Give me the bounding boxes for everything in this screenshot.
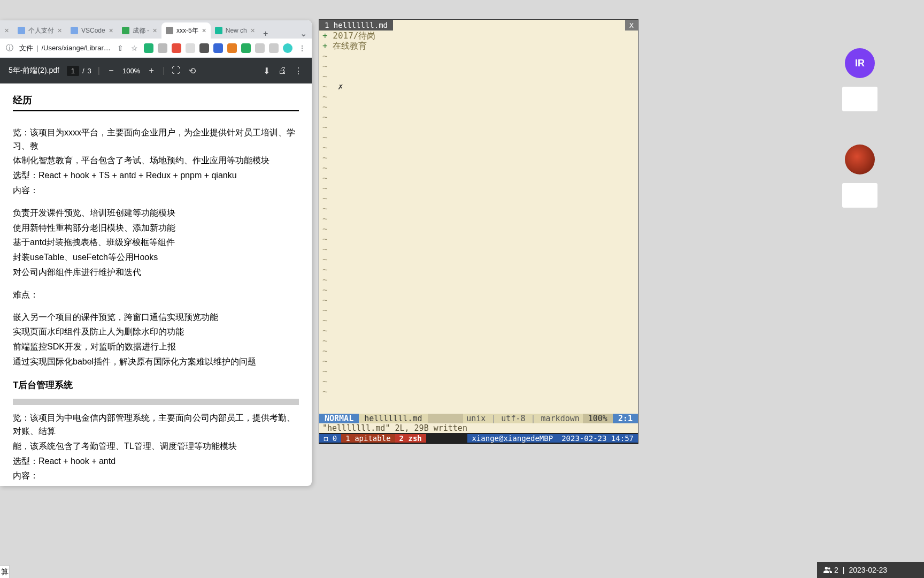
close-icon[interactable]: ✕ bbox=[4, 27, 9, 34]
vim-message: "helllllll.md" 2L, 29B written bbox=[322, 423, 467, 433]
profile-icon[interactable] bbox=[283, 43, 292, 53]
text-line: 负责开发课件预览、培训班创建等功能模块 bbox=[13, 207, 299, 220]
tab-5[interactable]: New ch✕ bbox=[211, 22, 259, 39]
vim-tilde: ~ ✗ bbox=[322, 81, 635, 92]
close-icon[interactable]: ✕ bbox=[109, 27, 113, 34]
text-line: 选型：React + hook + antd bbox=[13, 455, 299, 468]
diff-add-icon: + bbox=[322, 41, 328, 51]
tab-4-active[interactable]: xxx-5年✕ bbox=[161, 22, 211, 39]
tab-label: 个人支付 bbox=[28, 26, 54, 35]
text-line: 内容： bbox=[13, 469, 299, 483]
vim-tilde: ~ bbox=[322, 254, 635, 264]
vim-tilde: ~ bbox=[322, 315, 635, 325]
tab-3[interactable]: 成都 -✕ bbox=[118, 22, 161, 39]
extension-icon[interactable] bbox=[199, 43, 209, 53]
extension-icon[interactable] bbox=[241, 43, 251, 53]
text-line: 使用新特性重构部分老旧模块、添加新功能 bbox=[13, 222, 299, 235]
pdf-content[interactable]: 经历 览：该项目为xxxx平台，主要面向企业用户，为企业提供针对员工培训、学习、… bbox=[0, 83, 312, 486]
extension-icon[interactable] bbox=[227, 43, 237, 53]
diff-add-icon: + bbox=[322, 31, 328, 41]
tab-label: 成都 - bbox=[133, 26, 149, 35]
vim-tilde: ~ bbox=[322, 285, 635, 295]
tmux-statusbar: ◻ 0 1 apitable 2 zsh xiange@xiangedeMBP … bbox=[319, 433, 638, 444]
tab-1[interactable]: 个人支付✕ bbox=[13, 22, 66, 39]
vim-encoding2: utf-8 bbox=[498, 414, 528, 423]
new-tab-button[interactable]: + bbox=[259, 29, 272, 39]
vim-tilde: ~ bbox=[322, 92, 635, 102]
tmux-datetime: 2023-02-23 14:57 bbox=[557, 434, 638, 443]
participant-avatar[interactable] bbox=[845, 144, 875, 174]
bookmark-icon[interactable]: ☆ bbox=[130, 44, 138, 52]
close-icon[interactable]: ✕ bbox=[57, 27, 62, 34]
print-icon[interactable]: 🖨 bbox=[278, 66, 287, 75]
vim-tilde: ~ bbox=[322, 142, 635, 153]
url-field[interactable]: 文件 | /Users/xiange/Librar… bbox=[19, 43, 111, 53]
close-icon[interactable]: ✕ bbox=[250, 27, 255, 34]
vim-position: 2:1 bbox=[613, 414, 638, 423]
zoom-out-button[interactable]: − bbox=[106, 66, 116, 75]
text-line: 嵌入另一个项目的课件预览，跨窗口通信实现预览功能 bbox=[13, 311, 299, 324]
text-line: 实现页面水印组件及防止人为删除水印的功能 bbox=[13, 325, 299, 339]
vim-tilde: ~ bbox=[322, 275, 635, 285]
fit-icon[interactable]: ⛶ bbox=[171, 66, 181, 75]
vim-encoding: unix bbox=[463, 414, 489, 423]
people-icon bbox=[823, 567, 832, 573]
browser-window: ✕ 个人支付✕ VSCode✕ 成都 -✕ xxx-5年✕ New ch✕ + … bbox=[0, 20, 312, 486]
page-gap bbox=[13, 399, 299, 405]
text-cursor: ✗ bbox=[338, 81, 343, 92]
zoom-in-button[interactable]: + bbox=[147, 66, 156, 75]
tab-overflow-icon[interactable]: ⌄ bbox=[297, 28, 310, 39]
vim-tilde: ~ bbox=[322, 163, 635, 173]
participants-sidebar: IR bbox=[828, 48, 892, 208]
extension-icon[interactable] bbox=[255, 43, 265, 53]
text-line: 览：该项目为xxxx平台，主要面向企业用户，为企业提供针对员工培训、学习、教 bbox=[13, 126, 299, 153]
tab-label: VSCode bbox=[81, 27, 105, 34]
more-icon[interactable]: ⋮ bbox=[294, 66, 303, 75]
vim-tilde: ~ bbox=[322, 122, 635, 132]
vim-tilde: ~ bbox=[322, 102, 635, 112]
page-current-input[interactable]: 1 bbox=[67, 66, 79, 76]
download-icon[interactable]: ⬇ bbox=[261, 66, 271, 75]
extension-icon[interactable] bbox=[144, 43, 153, 53]
close-icon[interactable]: ✕ bbox=[202, 27, 206, 34]
text-line: 览：该项目为中电金信内部管理系统，主要面向公司内部员工，提供考勤、对账、结算 bbox=[13, 412, 299, 438]
terminal-content[interactable]: + 2017/待岗 + 在线教育 ~ ~ ~ ~ ✗ ~ ~ ~ ~ ~ ~ ~… bbox=[319, 31, 638, 404]
subsection-heading: T后台管理系统 bbox=[13, 378, 299, 392]
vim-tilde: ~ bbox=[322, 61, 635, 71]
participant-thumbnail[interactable] bbox=[842, 183, 877, 208]
tab-label: New ch bbox=[226, 27, 247, 34]
participant-count[interactable]: 2 bbox=[823, 566, 838, 574]
close-icon[interactable]: ✕ bbox=[152, 27, 157, 34]
extension-icon[interactable] bbox=[158, 43, 167, 53]
vim-tilde: ~ bbox=[322, 376, 635, 386]
vim-tilde: ~ bbox=[322, 183, 635, 193]
text-line: 选型：React + hook + TS + antd + Redux + pn… bbox=[13, 169, 299, 182]
terminal-tab[interactable]: 1 helllllll.md bbox=[319, 20, 393, 31]
rotate-icon[interactable]: ⟲ bbox=[187, 66, 197, 75]
extension-icon[interactable] bbox=[186, 43, 195, 53]
vim-tilde: ~ bbox=[322, 336, 635, 346]
vim-tilde: ~ bbox=[322, 132, 635, 142]
tab-2[interactable]: VSCode✕ bbox=[66, 22, 118, 39]
terminal-text: 在线教育 bbox=[333, 41, 367, 51]
text-line: 通过实现国际化babel插件，解决原有国际化方案难以维护的问题 bbox=[13, 355, 299, 369]
tab-label: xxx-5年 bbox=[176, 26, 198, 35]
tmux-window-1[interactable]: 1 apitable bbox=[341, 434, 395, 443]
tab-0[interactable]: ✕ bbox=[0, 22, 13, 39]
participant-avatar[interactable]: IR bbox=[845, 48, 875, 78]
vim-tilde: ~ bbox=[322, 51, 635, 61]
terminal-close-button[interactable]: X bbox=[625, 20, 638, 31]
vim-tilde: ~ bbox=[322, 224, 635, 234]
tab-strip: ✕ 个人支付✕ VSCode✕ 成都 -✕ xxx-5年✕ New ch✕ + … bbox=[0, 20, 312, 39]
tmux-session[interactable]: ◻ 0 bbox=[319, 434, 341, 443]
kebab-menu-icon[interactable]: ⋮ bbox=[298, 44, 306, 52]
extension-icon[interactable] bbox=[172, 43, 181, 53]
share-icon[interactable]: ⇧ bbox=[116, 44, 125, 52]
participant-thumbnail[interactable] bbox=[842, 87, 877, 111]
terminal-window: 1 helllllll.md X + 2017/待岗 + 在线教育 ~ ~ ~ … bbox=[319, 19, 638, 444]
tmux-window-2-active[interactable]: 2 zsh bbox=[395, 434, 426, 443]
site-info-icon[interactable]: ⓘ bbox=[5, 44, 14, 52]
puzzle-icon[interactable] bbox=[269, 43, 279, 53]
extension-icon[interactable] bbox=[213, 43, 223, 53]
meeting-statusbar: 2 | 2023-02-23 bbox=[817, 562, 924, 578]
